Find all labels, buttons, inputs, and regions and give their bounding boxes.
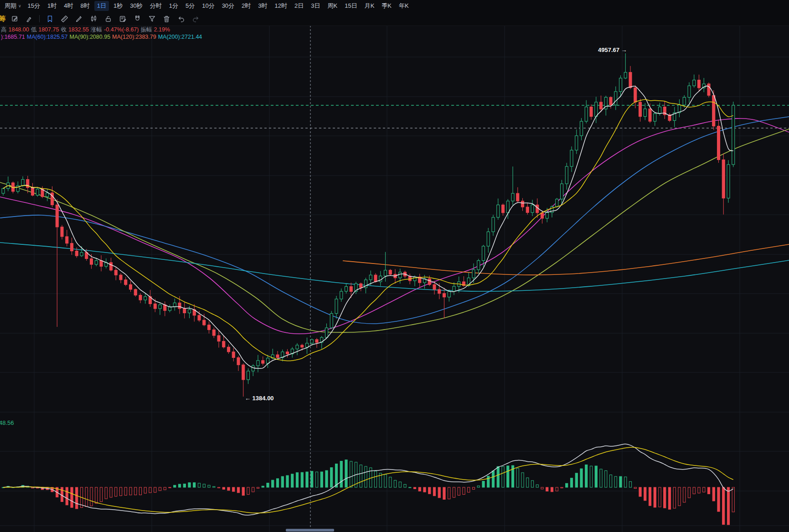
ma-legend-item: MA(90):2080.95 (69, 34, 110, 40)
filter-icon[interactable] (144, 13, 159, 25)
timeframe-tab-1分[interactable]: 1分 (165, 1, 182, 11)
timeframe-tab-12时[interactable]: 12时 (271, 1, 291, 11)
timeframe-tab-周K[interactable]: 周K (324, 1, 341, 11)
timeframe-tab-分时[interactable]: 分时 (146, 1, 165, 11)
timeframe-tab-季K[interactable]: 季K (378, 1, 395, 11)
timeframe-tab-1秒[interactable]: 1秒 (110, 1, 126, 11)
timeframe-tab-5分[interactable]: 5分 (182, 1, 198, 11)
ma-legend-item: ):1685.71 (1, 34, 25, 40)
lock-icon[interactable] (101, 13, 115, 25)
redo-icon[interactable] (188, 13, 203, 25)
ohlc-value: 1807.75 (38, 26, 59, 33)
timeframe-tab-3时[interactable]: 3时 (254, 1, 271, 11)
edit-icon[interactable] (7, 13, 22, 25)
timeframe-tab-30分[interactable]: 30分 (218, 1, 238, 11)
main-chart[interactable]: 4957.67 →← 1384.0048.56 (0, 0, 789, 532)
pen-icon[interactable] (72, 13, 86, 25)
timeframe-tab-2日[interactable]: 2日 (291, 1, 307, 11)
ma-legend-item: MA(200):2721.44 (158, 34, 202, 40)
indicator-value-left: 48.56 (0, 419, 14, 426)
ohlc-value: 2.19% (154, 26, 170, 33)
ohlc-label: 高 (1, 26, 7, 33)
low-price-marker: ← 1384.00 (245, 395, 274, 402)
ohlc-value: 1832.55 (68, 26, 89, 33)
ohlc-value: -0.47%(-8.67) (104, 26, 139, 33)
ohlc-label: 低 (31, 26, 37, 33)
timeframe-tab-2时[interactable]: 2时 (238, 1, 254, 11)
bookmark-icon[interactable] (42, 13, 57, 25)
undo-icon[interactable] (174, 13, 188, 25)
candles-icon[interactable] (86, 13, 101, 25)
horizontal-scrollbar-thumb[interactable] (286, 529, 334, 532)
period-label: 周期 (5, 2, 16, 10)
chevron-down-icon: ∨ (18, 4, 21, 8)
ruler-icon[interactable] (57, 13, 72, 25)
timeframe-toolbar: 周期 ∨ 15分1时4时8时1日1秒30秒分时1分5分10分30分2时3时12时… (0, 0, 789, 12)
timeframe-tab-15分[interactable]: 15分 (24, 1, 44, 11)
ma-legend: ):1685.71MA(60):1825.57MA(90):2080.95MA(… (1, 34, 204, 40)
timeframe-tab-1时[interactable]: 1时 (44, 1, 60, 11)
timeframe-tab-30秒[interactable]: 30秒 (126, 1, 146, 11)
brush-icon[interactable] (22, 13, 36, 25)
timeframe-tab-年K[interactable]: 年K (395, 1, 413, 11)
ohlc-value: 1848.00 (9, 26, 29, 33)
timeframe-tab-8时[interactable]: 8时 (77, 1, 93, 11)
magnet-icon[interactable] (130, 13, 144, 25)
toolbar-divider (39, 15, 40, 22)
note-icon[interactable] (115, 13, 130, 25)
ma-legend-item: MA(60):1825.57 (27, 34, 68, 40)
timeframe-tab-1日[interactable]: 1日 (94, 1, 109, 11)
timeframe-tab-月K[interactable]: 月K (361, 1, 378, 11)
ma-legend-item: MA(120):2383.79 (112, 34, 156, 40)
timeframe-tab-4时[interactable]: 4时 (60, 1, 77, 11)
ohlc-label: 收 (61, 26, 67, 33)
ohlc-label: 振幅 (141, 26, 152, 33)
timeframe-tab-3日[interactable]: 3日 (307, 1, 324, 11)
trash-icon[interactable] (159, 13, 174, 25)
timeframe-tab-15日[interactable]: 15日 (341, 1, 361, 11)
ohlc-legend: 高1848.00低1807.75收1832.55涨幅-0.47%(-8.67)振… (1, 26, 172, 34)
period-dropdown[interactable]: 周期 ∨ (0, 1, 24, 11)
chip-tool-button[interactable]: 筹 (0, 15, 7, 23)
high-price-marker: 4957.67 → (598, 46, 627, 53)
ohlc-label: 涨幅 (91, 26, 102, 33)
drawing-toolbar: 筹 (0, 12, 789, 26)
timeframe-tab-10分[interactable]: 10分 (198, 1, 218, 11)
